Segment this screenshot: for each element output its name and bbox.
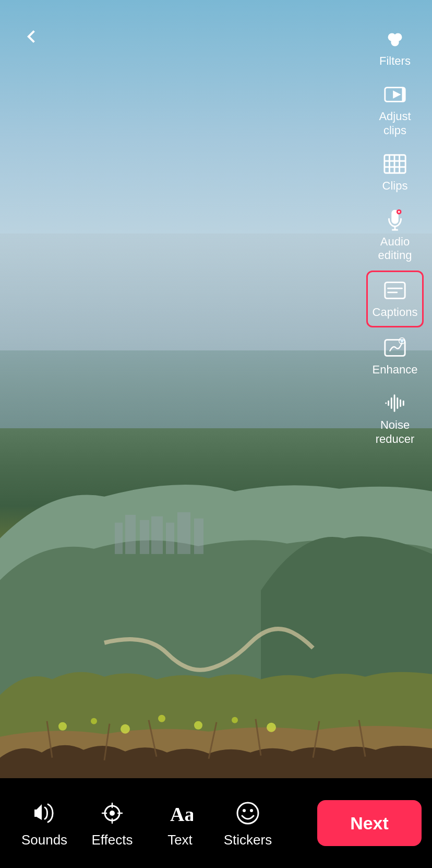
- svg-point-23: [391, 38, 399, 46]
- stickers-label: Stickers: [224, 832, 272, 848]
- adjust-clips-label: Adjust clips: [369, 110, 421, 137]
- svg-point-3: [158, 714, 165, 722]
- svg-point-1: [91, 718, 97, 724]
- stickers-icon: [233, 799, 262, 828]
- sidebar-item-captions[interactable]: Captions: [366, 271, 424, 327]
- toolbar-item-effects[interactable]: Effects: [78, 793, 146, 853]
- sidebar-item-noise-reducer[interactable]: Noisereducer: [366, 385, 424, 452]
- sidebar-item-audio-editing[interactable]: Audioediting: [366, 202, 424, 269]
- svg-point-62: [250, 809, 253, 812]
- sidebar-item-adjust-clips[interactable]: Adjust clips: [366, 76, 424, 144]
- noise-reducer-label: Noisereducer: [376, 418, 415, 446]
- svg-point-6: [267, 722, 276, 732]
- right-toolbar: Filters Adjust clips Clips: [366, 21, 424, 452]
- sidebar-item-clips[interactable]: Clips: [366, 146, 424, 199]
- svg-rect-26: [402, 88, 405, 102]
- toolbar-items: Sounds Effects Aa: [10, 793, 317, 853]
- svg-rect-19: [177, 512, 190, 554]
- enhance-label: Enhance: [373, 363, 418, 377]
- text-icon: Aa: [165, 799, 195, 828]
- svg-point-61: [243, 809, 246, 812]
- clips-icon: [383, 152, 407, 176]
- svg-point-58: [110, 811, 115, 816]
- svg-point-0: [58, 722, 67, 730]
- sounds-icon: [30, 799, 59, 828]
- sidebar-item-enhance[interactable]: Enhance: [366, 330, 424, 383]
- svg-rect-16: [140, 520, 149, 554]
- captions-icon: [383, 278, 407, 302]
- svg-marker-25: [393, 91, 401, 99]
- audio-editing-label: Audioediting: [378, 235, 412, 263]
- bottom-toolbar: Sounds Effects Aa: [0, 778, 432, 868]
- text-label: Text: [167, 832, 193, 848]
- svg-text:Aa: Aa: [170, 803, 193, 825]
- audio-editing-icon: [383, 208, 407, 232]
- svg-point-5: [232, 717, 238, 723]
- filters-label: Filters: [379, 54, 411, 68]
- toolbar-item-sounds[interactable]: Sounds: [10, 793, 78, 853]
- captions-label: Captions: [373, 306, 418, 319]
- svg-rect-38: [385, 283, 405, 299]
- effects-label: Effects: [91, 832, 133, 848]
- adjust-clips-icon: [383, 83, 407, 107]
- toolbar-item-text[interactable]: Aa Text: [146, 793, 214, 853]
- enhance-icon: [383, 336, 407, 360]
- clips-label: Clips: [382, 179, 408, 193]
- noise-reducer-icon: [383, 391, 407, 415]
- svg-rect-14: [115, 522, 123, 554]
- next-button[interactable]: Next: [317, 800, 422, 846]
- back-button[interactable]: [16, 21, 47, 52]
- sidebar-item-filters[interactable]: Filters: [366, 21, 424, 74]
- svg-rect-15: [125, 514, 136, 554]
- effects-icon: [98, 799, 127, 828]
- sounds-label: Sounds: [21, 832, 67, 848]
- svg-point-2: [121, 724, 130, 733]
- svg-point-4: [194, 721, 202, 729]
- toolbar-item-stickers[interactable]: Stickers: [214, 793, 282, 853]
- svg-rect-18: [166, 522, 174, 554]
- filters-icon: [383, 27, 407, 51]
- svg-point-60: [237, 803, 258, 824]
- svg-rect-20: [194, 518, 203, 554]
- svg-rect-17: [151, 516, 163, 554]
